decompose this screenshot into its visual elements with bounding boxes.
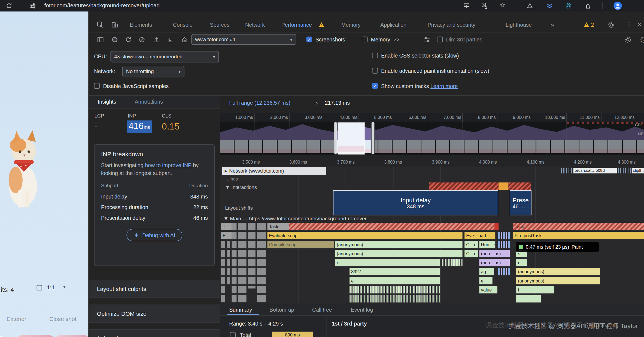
tab-bottom-up[interactable]: Bottom-up [269, 306, 294, 313]
cpu-throttling-select[interactable]: 4× slowdown – recommended ▾ [111, 51, 219, 62]
more-tabs-icon[interactable]: » [551, 21, 554, 28]
layout-shifts-track-header[interactable]: Layout shifts [225, 205, 253, 211]
extension-chevrons-icon[interactable] [546, 2, 553, 9]
cls-value[interactable]: 0.15 [162, 121, 180, 132]
extension-triangle-icon[interactable] [527, 2, 533, 9]
save-profile-icon[interactable] [166, 36, 174, 43]
device-toolbar-icon[interactable] [111, 21, 119, 28]
tab-annotations[interactable]: Annotations [135, 99, 163, 105]
settings-gear-icon[interactable] [608, 21, 615, 28]
network-throttling-select[interactable]: No throttling ▾ [122, 66, 184, 77]
gauge-icon[interactable] [393, 36, 400, 43]
flame-bar-task[interactable]: Task [513, 223, 644, 230]
flame-bar[interactable]: (ano…us) [479, 259, 510, 266]
learn-more-link[interactable]: Learn more [430, 83, 458, 89]
interaction-processing-strip[interactable] [499, 182, 508, 190]
site-settings-icon[interactable] [30, 2, 36, 9]
extension-gear-icon[interactable] [565, 2, 572, 9]
tab-console[interactable]: Console [173, 22, 193, 28]
section-optimize-dom-size[interactable]: Optimize DOM size [89, 305, 220, 323]
record-button[interactable] [111, 36, 119, 43]
inp-value-selected[interactable]: 416ms [127, 121, 152, 133]
sidebar-toggle-icon[interactable] [97, 36, 104, 43]
flame-bar[interactable]: e [479, 277, 492, 284]
disable-js-checkbox[interactable] [94, 83, 100, 89]
record-reload-icon[interactable] [125, 36, 132, 43]
memory-checkbox[interactable] [362, 37, 367, 42]
flame-bar[interactable]: value [479, 286, 497, 293]
tab-sources[interactable]: Sources [210, 22, 229, 28]
breadcrumb-selection[interactable]: 217.13 ms [325, 100, 350, 106]
issues-count[interactable]: 2 [591, 22, 594, 28]
css-stats-checkbox[interactable] [372, 53, 378, 58]
flame-bar[interactable]: E… [221, 232, 232, 239]
close-devtools-icon[interactable]: × [637, 20, 642, 29]
tab-application[interactable]: Application [380, 22, 406, 28]
flame-bar[interactable]: (anonymous) [516, 277, 600, 284]
flame-bar[interactable]: (anonymous) [335, 250, 462, 257]
flame-bar[interactable]: Fire postTask [513, 232, 644, 239]
flame-bar[interactable]: (anonymous) [335, 241, 462, 248]
ratio-selector[interactable]: 1:1 ▾ [36, 283, 81, 293]
kebab-menu-icon[interactable]: ⋮ [626, 21, 632, 28]
interaction-input-delay-strip[interactable] [429, 182, 499, 190]
load-profile-icon[interactable] [153, 36, 160, 43]
timeline-minimap[interactable]: 1,000 ms 2,000 ms 3,000 ms 4,000 ms 5,00… [220, 113, 644, 155]
reload-icon[interactable] [6, 2, 12, 9]
tab-network[interactable]: Network [245, 22, 265, 28]
tab-exterior[interactable]: Exterior [7, 316, 26, 322]
network-request[interactable]: clipfl… [632, 168, 644, 173]
tab-call-tree[interactable]: Call tree [312, 306, 332, 313]
flame-bar[interactable]: Eve…oad [464, 232, 495, 239]
main-track-header[interactable]: ▼ Main — https://www.fotor.com/features/… [223, 216, 367, 221]
flame-bar[interactable]: r [516, 259, 527, 266]
screenshots-checkbox[interactable]: ✓ [306, 37, 312, 42]
tab-memory[interactable]: Memory [341, 22, 361, 28]
tab-privacy[interactable]: Privacy and security [427, 22, 475, 28]
home-icon[interactable] [181, 36, 188, 43]
install-icon[interactable] [463, 2, 470, 9]
tab-insights[interactable]: Insights [98, 99, 116, 105]
tab-summary[interactable]: Summary [229, 306, 252, 313]
inspect-icon[interactable] [97, 21, 104, 28]
target-select[interactable]: www.fotor.com #1 ▾ [192, 34, 296, 45]
sample-photo-1[interactable] [18, 335, 53, 337]
network-request[interactable]: brush.cat…o08d [573, 168, 617, 173]
flame-bar[interactable]: C…e [464, 241, 478, 248]
paint-instrumentation-checkbox[interactable] [372, 68, 378, 74]
tab-event-log[interactable]: Event log [351, 306, 373, 313]
interactions-track-header[interactable]: ▼ Interactions [225, 185, 257, 190]
sample-photo-2[interactable] [56, 335, 88, 337]
window-handle-left[interactable] [334, 122, 337, 155]
capture-settings-gear-icon[interactable] [624, 36, 631, 43]
clear-icon[interactable] [138, 36, 145, 43]
how-to-improve-link[interactable]: how to improve INP [145, 162, 192, 168]
flame-bar[interactable]: Compile script [267, 241, 334, 248]
custom-tracks-checkbox[interactable]: ✓ [372, 83, 378, 89]
debug-with-ai-button[interactable]: Debug with AI [127, 229, 182, 241]
tab-performance[interactable]: Performance [281, 22, 312, 28]
flame-bar[interactable]: Evaluate script [267, 232, 462, 239]
flame-bar[interactable]: T… [221, 223, 232, 230]
window-handle-right[interactable] [371, 122, 375, 155]
tab-close-shot[interactable]: Close shot [49, 316, 77, 322]
timings-track-label[interactable]: …ings [225, 176, 238, 181]
total-checkbox[interactable] [230, 332, 236, 337]
flame-bar[interactable]: C…e [464, 250, 478, 257]
network-track-header[interactable]: ▸Network (www.fotor.com) [222, 167, 326, 175]
url-bar[interactable]: fotor.com/features/background-remover/up… [44, 2, 160, 9]
flame-bar[interactable]: f [516, 286, 554, 293]
flame-chart[interactable]: T… Task Task E… Evaluate script Eve…oad … [220, 223, 644, 303]
flame-bar[interactable]: e [350, 277, 440, 284]
tab-lighthouse[interactable]: Lighthouse [506, 22, 532, 28]
flame-bar-task[interactable]: Task [267, 223, 495, 230]
flame-bar[interactable]: Run…sks [479, 241, 495, 248]
breadcrumb-full-range[interactable]: Full range (12,236.57 ms) [229, 100, 290, 106]
flame-bar[interactable]: 8927 [350, 268, 440, 275]
profile-avatar[interactable] [613, 1, 622, 10]
translate-icon[interactable]: A [481, 2, 488, 9]
interaction-presentation-strip[interactable] [508, 182, 531, 190]
section-3rd-parties[interactable]: 3rd parties [89, 329, 220, 337]
bookmark-star-icon[interactable]: ☆ [499, 1, 505, 9]
tab-elements[interactable]: Elements [130, 22, 152, 28]
